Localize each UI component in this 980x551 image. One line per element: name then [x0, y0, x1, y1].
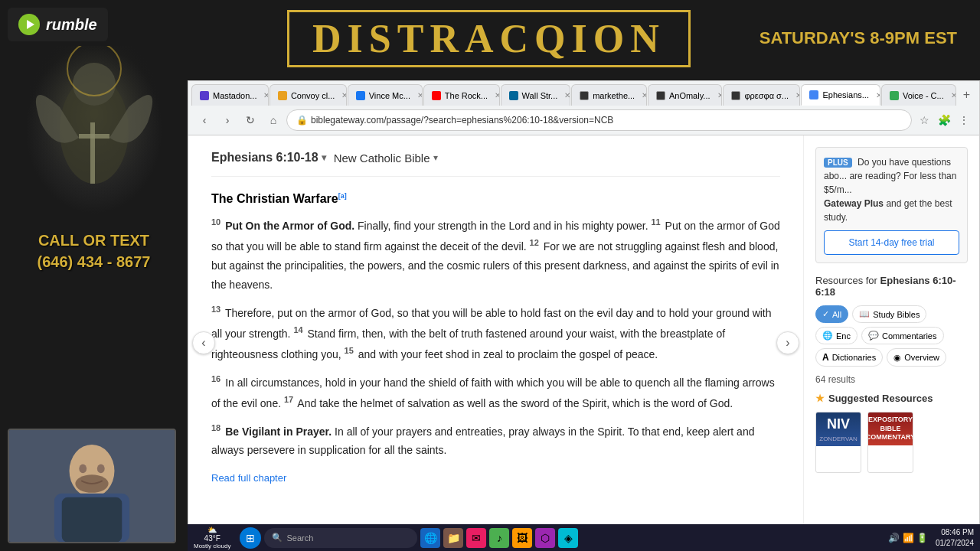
passage-selector[interactable]: Ephesians 6:10-18 ▾: [211, 151, 326, 165]
verse-num-18: 18: [211, 423, 220, 432]
niv-cover-design: NIV ZONDERVAN: [816, 412, 861, 446]
verse-num-13: 13: [211, 305, 220, 314]
tab-mastodon-close[interactable]: ✕: [263, 91, 268, 99]
verse-num-16: 16: [211, 374, 220, 383]
tab-mastodon-label: Mastadon...: [213, 91, 256, 100]
niv-text: NIV: [827, 416, 850, 432]
tab-rock-label: The Rock...: [445, 91, 488, 100]
tab-voice-close[interactable]: ✕: [951, 91, 956, 99]
next-passage-button[interactable]: ›: [776, 331, 799, 354]
taskbar-file-icon[interactable]: 📁: [443, 528, 463, 548]
tab-rock-close[interactable]: ✕: [495, 91, 500, 99]
taskbar-photos-icon[interactable]: 🖼: [512, 528, 532, 548]
tab-market-label: markethe...: [593, 91, 635, 100]
study-bibles-icon: 📖: [859, 309, 870, 319]
tab-vince-close[interactable]: ✕: [417, 91, 423, 99]
bookmark-star-icon[interactable]: ☆: [915, 111, 933, 129]
tab-greek-label: φρεσφα σ...: [744, 91, 789, 100]
taskbar-app6-icon[interactable]: ⬡: [535, 528, 555, 548]
trial-button[interactable]: Start 14-day free trial: [824, 230, 959, 255]
svg-rect-9: [62, 497, 122, 543]
show-title: DISTRACQION: [287, 10, 691, 67]
plus-label: PLUS: [824, 158, 852, 168]
tab-greek[interactable]: φρεσφα σ... ✕: [723, 84, 800, 106]
taskbar-mail-icon[interactable]: ✉: [466, 528, 486, 548]
filter-enc[interactable]: 🌐 Enc: [815, 327, 858, 344]
home-button[interactable]: ⌂: [263, 110, 283, 130]
webcam-feed: [9, 430, 175, 542]
filter-study-bibles[interactable]: 📖 Study Bibles: [852, 305, 926, 323]
tab-mastodon[interactable]: Mastadon... ✕: [191, 84, 269, 106]
niv-bible-book[interactable]: NIV ZONDERVAN: [815, 412, 861, 473]
suggested-label: Suggested Resources: [828, 393, 933, 404]
filter-all[interactable]: ✓ All: [815, 305, 848, 323]
verse-17-text: And take the helmet of salvation as well…: [297, 396, 733, 409]
taskbar-app7-icon[interactable]: ◈: [558, 528, 578, 548]
tab-greek-close[interactable]: ✕: [795, 91, 800, 99]
top-banner: DISTRACQION SATURDAY'S 8-9PM EST: [188, 0, 980, 77]
version-selector[interactable]: New Catholic Bible ▾: [334, 152, 438, 165]
passage-reference: Ephesians 6:10-18: [211, 151, 318, 165]
niv-subtitle: ZONDERVAN: [819, 435, 858, 442]
expository-bible-book[interactable]: EXPOSITORY BIBLE COMMENTARY: [867, 412, 913, 473]
extensions-icon[interactable]: 🧩: [935, 111, 953, 129]
read-full-chapter-link[interactable]: Read full chapter: [211, 472, 780, 484]
svg-point-12: [75, 474, 108, 493]
filter-overview[interactable]: ◉ Overview: [887, 348, 946, 367]
filter-dictionaries[interactable]: A Dictionaries: [815, 348, 883, 367]
back-button[interactable]: ‹: [194, 110, 214, 130]
dictionaries-icon: A: [822, 352, 829, 363]
greek-icon: [731, 91, 740, 100]
section-title-footnote-link[interactable]: The Christian Warfare[a]: [211, 192, 347, 205]
prev-passage-button[interactable]: ‹: [192, 331, 215, 354]
tab-rock[interactable]: The Rock... ✕: [423, 84, 500, 106]
tab-voice[interactable]: Voice - C... ✕: [881, 84, 956, 106]
tab-vince-label: Vince Mc...: [369, 91, 410, 100]
svg-point-10: [79, 465, 87, 474]
verse-num-10: 10: [211, 217, 220, 227]
filter-dictionaries-label: Dictionaries: [832, 353, 876, 362]
tab-market-close[interactable]: ✕: [642, 91, 647, 99]
screen: rumble: [0, 0, 980, 551]
url-text: biblegateway.com/passage/?search=ephesia…: [311, 115, 613, 126]
verse-num-14: 14: [293, 325, 302, 334]
filter-commentaries[interactable]: 💬 Commentaries: [861, 327, 944, 344]
wall-icon: [509, 91, 518, 100]
passage-header: Ephesians 6:10-18 ▾ New Catholic Bible ▾: [211, 151, 780, 177]
windows-start-button[interactable]: ⊞: [240, 527, 261, 549]
tab-convoy[interactable]: Convoy cl... ✕: [270, 84, 347, 106]
verse-num-11: 11: [651, 217, 660, 227]
distraction-banner: DISTRACQION: [218, 10, 760, 67]
filter-study-bibles-label: Study Bibles: [873, 310, 920, 319]
new-tab-button[interactable]: +: [957, 86, 976, 103]
bible-main: ‹ › Ephesians 6:10-18 ▾ New Catholic Bib…: [188, 135, 803, 550]
tab-wall-close[interactable]: ✕: [564, 91, 570, 99]
weather-condition: Mostly cloudy: [194, 543, 230, 549]
tab-ephesians[interactable]: Ephesians... ✕: [801, 84, 880, 106]
taskbar-right: 🔊 📶 🔋 08:46 PM 01/27/2024: [888, 527, 974, 549]
tab-convoy-close[interactable]: ✕: [341, 91, 346, 99]
refresh-button[interactable]: ↻: [240, 110, 260, 130]
nav-icons: ☆ 🧩 ⋮: [915, 111, 973, 129]
tab-anomaly-close[interactable]: ✕: [717, 91, 723, 99]
taskbar-music-icon[interactable]: ♪: [489, 528, 509, 548]
voice-icon: [890, 91, 899, 100]
taskbar-search[interactable]: 🔍 Search: [264, 528, 417, 548]
tab-wall[interactable]: Wall Str... ✕: [501, 84, 571, 106]
svg-rect-3: [90, 122, 95, 184]
tab-vince[interactable]: Vince Mc... ✕: [348, 84, 423, 106]
tab-market[interactable]: markethe... ✕: [571, 84, 647, 106]
forward-button[interactable]: ›: [217, 110, 237, 130]
taskbar-browser-icon[interactable]: 🌐: [420, 528, 440, 548]
tab-anomaly[interactable]: AnOmaly... ✕: [648, 84, 723, 106]
verse-10-bold: Put On the Armor of God.: [225, 220, 354, 232]
tab-ephesians-close[interactable]: ✕: [876, 91, 880, 99]
address-bar[interactable]: 🔒 biblegateway.com/passage/?search=ephes…: [286, 109, 912, 131]
resource-books: NIV ZONDERVAN EXPOSITORY BIBLE COMMENTAR…: [815, 412, 968, 473]
browser-chrome: Mastadon... ✕ Convoy cl... ✕ Vince Mc...…: [188, 81, 979, 135]
menu-icon[interactable]: ⋮: [955, 111, 973, 129]
resources-header: Resources for Ephesians 6:10-6:18: [815, 275, 968, 298]
filter-all-label: All: [832, 310, 841, 319]
version-name: New Catholic Bible: [334, 152, 430, 165]
angel-image: [25, 46, 163, 214]
